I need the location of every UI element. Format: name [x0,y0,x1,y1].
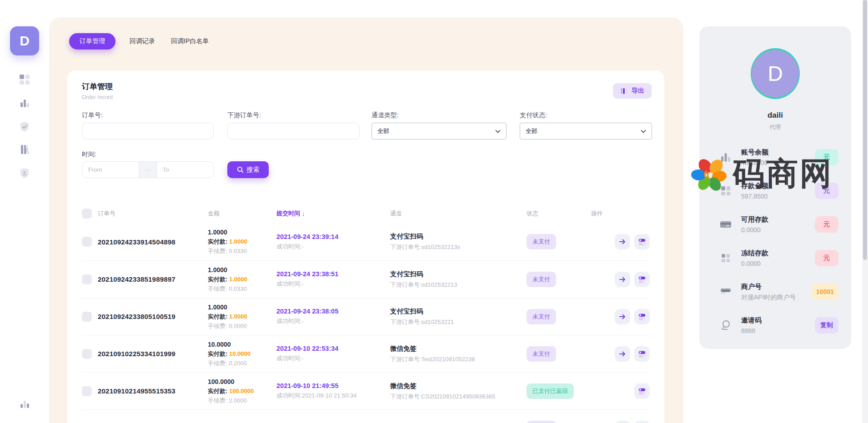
detail-arrow-button[interactable] [615,272,630,287]
toggle-settings-button[interactable] [634,234,650,249]
paid-amount: 1.0000 [229,276,247,283]
scrollbar-thumb[interactable] [863,0,867,260]
stat-available-deposit: 可用存款 0.0000 元 [699,215,851,244]
table-header: 订单号 金额 提交时间 ↓ 通道 状态 操作 [82,204,650,223]
avatar[interactable]: D [752,50,799,97]
search-label: 搜索 [247,166,260,174]
dashboard-icon[interactable] [18,73,31,86]
success-time: 成功时间:- [276,280,390,288]
row-checkbox[interactable] [82,349,92,359]
order-no-input[interactable] [82,123,214,139]
paid-amount: 100.0000 [229,388,254,394]
library-icon[interactable] [18,143,31,156]
copy-button[interactable]: 复制 [815,317,838,333]
stat-account-balance: 账号余额 400.8500 元 [699,148,851,177]
success-time: 成功时间:- [276,317,390,325]
paid-amount: 10.0000 [229,350,251,357]
tab-callback-records[interactable]: 回调记录 [128,33,157,50]
channel-type-value: 全部 [377,127,389,135]
downstream-no-input[interactable] [227,123,360,139]
amount: 10.0000 [208,340,276,348]
pos-terminal-icon [718,284,733,299]
toggle-settings-button[interactable] [634,421,650,423]
channel-type-select[interactable]: 全部 [371,123,507,139]
order-no: 20210910225334101999 [98,350,208,358]
success-time: 成功时间:- [276,354,390,363]
date-range-picker: ··· [82,161,214,178]
detail-arrow-button[interactable] [615,234,630,249]
pay-status-select[interactable]: 全部 [520,123,652,139]
search-button[interactable]: 搜索 [227,161,269,178]
row-checkbox[interactable] [82,386,92,396]
stat-invite-code: 邀请码 8888 复制 [699,316,851,345]
detail-arrow-button[interactable] [615,309,630,324]
credit-card-icon [718,217,733,232]
order-no: 20210924233851989897 [98,275,208,283]
detail-arrow-button[interactable] [615,346,630,362]
paid-amount: 1.0000 [229,238,247,245]
detail-arrow-button[interactable] [615,421,630,423]
submit-time: 2021-09-24 23:38:05 [276,308,390,315]
submit-time: 2021-09-24 23:38:51 [276,270,390,278]
submit-time: 2021-09-10 22:53:34 [276,345,390,352]
amount: 1.0000 [208,266,276,274]
col-order-no: 订单号 [98,209,208,218]
profile-panel: D daili 代理 账号余额 400.8500 元 存款金额 597.8500… [699,26,851,349]
toggle-settings-button[interactable] [634,383,650,399]
row-checkbox[interactable] [82,237,92,247]
channel-type-label: 通道类型: [371,111,399,119]
page-subtitle: Order record [82,94,113,100]
profile-name: daili [699,111,851,120]
table-row: 20210910214955515353 100.0000 实付款: 100.0… [82,372,650,409]
tab-order-management[interactable]: 订单管理 [69,33,115,50]
downstream-order-no: 下游订单号:Test2021091052238 [390,355,527,363]
search-icon [237,166,244,173]
pay-status-label: 支付状态: [520,111,547,119]
toggle-settings-button[interactable] [634,309,650,324]
select-all-checkbox[interactable] [82,209,92,219]
export-label: 导出 [632,87,644,95]
channel-name: 支付宝扫码 [390,270,527,279]
status-badge: 未支付 [527,309,556,324]
channel-name: 支付宝扫码 [390,307,527,316]
date-from-input[interactable] [82,162,139,178]
tab-callback-ip-whitelist[interactable]: 回调IP白名单 [169,33,211,50]
grid-icon [718,184,733,198]
row-checkbox[interactable] [82,274,92,284]
fee-amount: 0.0330 [229,285,247,292]
col-submit-time[interactable]: 提交时间 ↓ [276,209,390,218]
grid-small-icon [718,251,733,265]
channel-name: 支付宝扫码 [390,232,527,241]
downstream-order-no: 下游订单号:sd102532213s [390,243,527,251]
export-button[interactable]: 导出 [613,83,652,99]
status-badge: 未支付 [527,272,556,287]
bar-chart-bottom-icon[interactable] [18,397,31,411]
order-no: 20210924233914504898 [98,238,208,246]
submit-time: 2021-09-10 21:49:55 [276,382,390,389]
toggle-settings-button[interactable] [634,272,650,287]
status-badge: 未支付 [527,346,556,362]
bar-chart-icon[interactable] [18,96,31,110]
paid-amount: 1.0000 [229,313,247,320]
content-shell: 订单管理 回调记录 回调IP白名单 订单管理 Order record 导出 订… [49,17,683,423]
table-row: 20210910225334101999 10.0000 实付款: 10.000… [82,335,650,372]
top-tabs: 订单管理 回调记录 回调IP白名单 [69,33,211,50]
col-actions: 操作 [591,209,650,218]
date-to-input[interactable] [157,162,213,178]
shield-check-icon[interactable] [18,120,31,134]
profile-role: 代理 [699,124,851,131]
order-management-card: 订单管理 Order record 导出 订单号: 下游订单号: 通道类型: 支… [67,70,664,423]
stat-frozen-deposit: 冻结存款 0.0000 元 [699,249,851,278]
fee-amount: 0.2000 [229,360,247,367]
row-checkbox[interactable] [82,312,92,322]
user-shield-icon[interactable] [18,166,31,180]
fee-amount: 0.0330 [229,248,247,254]
channel-name: 微信免签 [390,382,527,390]
amount: 100.0000 [208,378,276,386]
app-logo[interactable]: D [10,26,39,55]
status-badge: 未支付 [527,234,556,249]
submit-time: 2021-09-24 23:39:14 [276,233,390,240]
pay-status-value: 全部 [526,127,537,135]
amount: 1.0000 [208,228,276,236]
toggle-settings-button[interactable] [634,346,650,362]
